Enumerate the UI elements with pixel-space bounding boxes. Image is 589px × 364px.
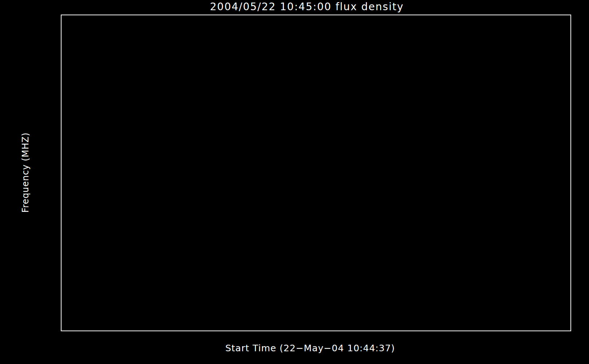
x-axis-label: Start Time (22−May−04 10:44:37) [225,343,395,353]
spectrogram-image [83,21,547,324]
y-axis-label: Frequency (MHZ) [20,132,31,213]
screenshot-root: 2004/05/22 10:45:00 flux density Frequen… [0,0,589,364]
chart-title: 2004/05/22 10:45:00 flux density [210,1,404,13]
